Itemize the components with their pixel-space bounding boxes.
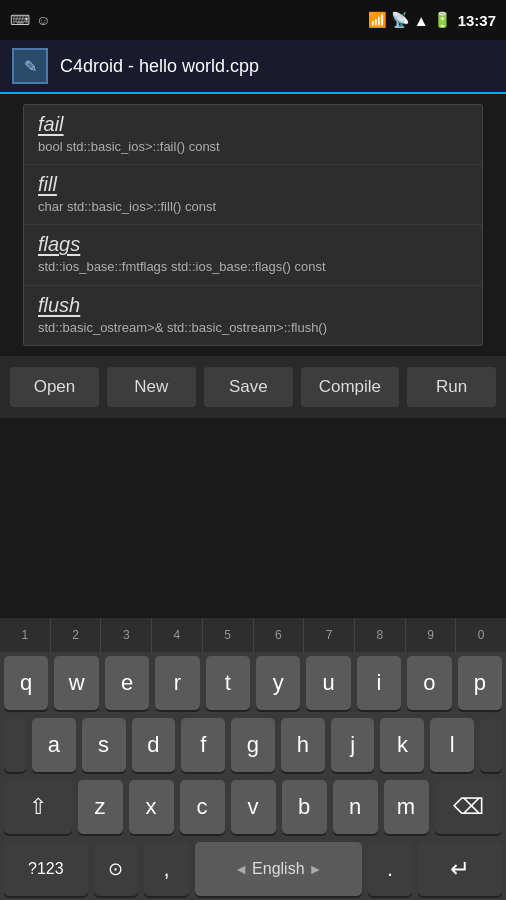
num-key-0[interactable]: 0 bbox=[456, 618, 506, 652]
num-key-7[interactable]: 7 bbox=[304, 618, 355, 652]
toolbar-btn-compile[interactable]: Compile bbox=[301, 367, 399, 407]
keyboard-icon: ⌨ bbox=[10, 12, 30, 28]
signal-bar-icon: ▲ bbox=[414, 12, 429, 29]
key-y[interactable]: y bbox=[256, 656, 300, 710]
shift-key[interactable]: ⇧ bbox=[4, 780, 72, 834]
backspace-key[interactable]: ⌫ bbox=[435, 780, 503, 834]
key-p[interactable]: p bbox=[458, 656, 502, 710]
key-o[interactable]: o bbox=[407, 656, 451, 710]
keyboard-row-2: asdfghjkl bbox=[0, 714, 506, 776]
toolbar-btn-run[interactable]: Run bbox=[407, 367, 496, 407]
key-z[interactable]: z bbox=[78, 780, 123, 834]
app-icon-symbol: ✎ bbox=[24, 57, 37, 76]
item-desc: bool std::basic_ios>::fail() const bbox=[38, 138, 468, 156]
num-key-3[interactable]: 3 bbox=[101, 618, 152, 652]
emoji-key[interactable]: ⊙ bbox=[94, 842, 139, 896]
keyboard-bottom-row: ?123⊙, ◄ English ► .↵ bbox=[0, 838, 506, 900]
language-label: English bbox=[252, 860, 304, 878]
sim-icon: 📶 bbox=[368, 11, 387, 29]
status-bar: ⌨ ☺ 📶 📡 ▲ 🔋 13:37 bbox=[0, 0, 506, 40]
period-key[interactable]: . bbox=[368, 842, 413, 896]
autocomplete-dropdown: fail bool std::basic_ios>::fail() const … bbox=[23, 104, 483, 346]
key-i[interactable]: i bbox=[357, 656, 401, 710]
item-desc: std::ios_base::fmtflags std::ios_base::f… bbox=[38, 258, 468, 276]
item-name: fill bbox=[38, 173, 468, 196]
num-key-5[interactable]: 5 bbox=[203, 618, 254, 652]
key-a[interactable]: a bbox=[32, 718, 76, 772]
key-g[interactable]: g bbox=[231, 718, 275, 772]
key-w[interactable]: w bbox=[54, 656, 98, 710]
title-bar: ✎ C4droid - hello world.cpp bbox=[0, 40, 506, 94]
key-spacer-left bbox=[4, 718, 26, 772]
item-desc: std::basic_ostream>& std::basic_ostream>… bbox=[38, 319, 468, 337]
app-title: C4droid - hello world.cpp bbox=[60, 56, 259, 77]
num-key-4[interactable]: 4 bbox=[152, 618, 203, 652]
comma-key[interactable]: , bbox=[144, 842, 189, 896]
key-c[interactable]: c bbox=[180, 780, 225, 834]
toolbar-btn-open[interactable]: Open bbox=[10, 367, 99, 407]
key-x[interactable]: x bbox=[129, 780, 174, 834]
key-q[interactable]: q bbox=[4, 656, 48, 710]
key-m[interactable]: m bbox=[384, 780, 429, 834]
autocomplete-item-flags[interactable]: flags std::ios_base::fmtflags std::ios_b… bbox=[24, 225, 482, 285]
key-e[interactable]: e bbox=[105, 656, 149, 710]
num-key-6[interactable]: 6 bbox=[254, 618, 305, 652]
toolbar-btn-save[interactable]: Save bbox=[204, 367, 293, 407]
keyboard: 1234567890 qwertyuiop asdfghjkl ⇧ zxcvbn… bbox=[0, 618, 506, 900]
key-f[interactable]: f bbox=[181, 718, 225, 772]
status-left-icons: ⌨ ☺ bbox=[10, 12, 50, 28]
keyboard-row-1: qwertyuiop bbox=[0, 652, 506, 714]
clock: 13:37 bbox=[458, 12, 496, 29]
lang-arrow-right: ► bbox=[309, 861, 323, 877]
key-v[interactable]: v bbox=[231, 780, 276, 834]
key-k[interactable]: k bbox=[380, 718, 424, 772]
autocomplete-item-flush[interactable]: flush std::basic_ostream>& std::basic_os… bbox=[24, 286, 482, 345]
space-key[interactable]: ◄ English ► bbox=[195, 842, 362, 896]
num-key-9[interactable]: 9 bbox=[406, 618, 457, 652]
autocomplete-item-fill[interactable]: fill char std::basic_ios>::fill() const bbox=[24, 165, 482, 225]
item-desc: char std::basic_ios>::fill() const bbox=[38, 198, 468, 216]
number-row: 1234567890 bbox=[0, 618, 506, 652]
key-s[interactable]: s bbox=[82, 718, 126, 772]
key-h[interactable]: h bbox=[281, 718, 325, 772]
lang-arrow-left: ◄ bbox=[234, 861, 248, 877]
key-j[interactable]: j bbox=[331, 718, 375, 772]
key-u[interactable]: u bbox=[306, 656, 350, 710]
num-key-8[interactable]: 8 bbox=[355, 618, 406, 652]
signal-icons: 📶 📡 ▲ 🔋 bbox=[368, 11, 452, 29]
key-b[interactable]: b bbox=[282, 780, 327, 834]
enter-key[interactable]: ↵ bbox=[418, 842, 502, 896]
autocomplete-item-fail[interactable]: fail bool std::basic_ios>::fail() const bbox=[24, 105, 482, 165]
key-r[interactable]: r bbox=[155, 656, 199, 710]
key-t[interactable]: t bbox=[206, 656, 250, 710]
toolbar-btn-new[interactable]: New bbox=[107, 367, 196, 407]
wifi-icon: 📡 bbox=[391, 11, 410, 29]
battery-icon: 🔋 bbox=[433, 11, 452, 29]
key-spacer-right bbox=[480, 718, 502, 772]
key-l[interactable]: l bbox=[430, 718, 474, 772]
key-n[interactable]: n bbox=[333, 780, 378, 834]
num-key-1[interactable]: 1 bbox=[0, 618, 51, 652]
status-right: 📶 📡 ▲ 🔋 13:37 bbox=[368, 11, 496, 29]
num-key-2[interactable]: 2 bbox=[51, 618, 102, 652]
smiley-icon: ☺ bbox=[36, 12, 50, 28]
item-name: flush bbox=[38, 294, 468, 317]
toolbar: OpenNewSaveCompileRun bbox=[0, 356, 506, 418]
item-name: flags bbox=[38, 233, 468, 256]
key-d[interactable]: d bbox=[132, 718, 176, 772]
item-name: fail bbox=[38, 113, 468, 136]
app-icon: ✎ bbox=[12, 48, 48, 84]
keyboard-row-3: ⇧ zxcvbnm⌫ bbox=[0, 776, 506, 838]
symbols-key[interactable]: ?123 bbox=[4, 842, 88, 896]
